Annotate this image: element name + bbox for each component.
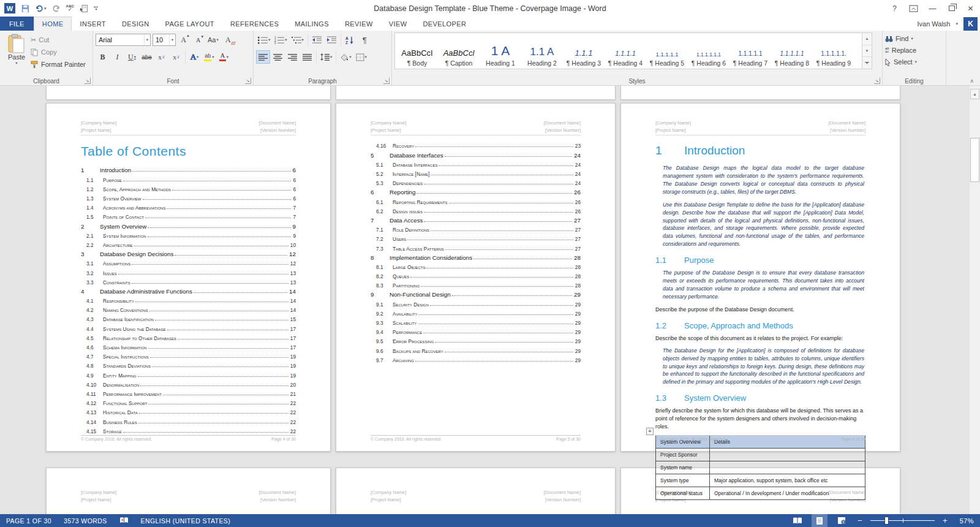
heading-scope[interactable]: 1.2 Scope, Approach and Methods [655,321,865,330]
toc-entry[interactable]: 6.1 Reporting Requirements 26 [371,195,581,205]
styles-more-icon[interactable]: ▼ [862,57,872,69]
clear-formatting-button[interactable]: A [221,33,235,47]
text-effects-button[interactable]: A▾ [187,50,202,64]
toc-entry[interactable]: 1.1 Purpose 6 [81,173,296,183]
heading-introduction[interactable]: 1 Introduction [655,144,865,157]
style-item[interactable]: 1.1.1.1.1 ¶ Heading 7 [729,35,771,68]
table-row-value[interactable]: Major application, support system, back … [710,474,865,487]
bold-button[interactable]: B [96,50,110,64]
toc-entry[interactable]: 5.2 Interface [Name] 24 [371,168,581,177]
multilevel-list-button[interactable]: ▾ [290,33,306,47]
superscript-button[interactable]: x2 [169,50,183,64]
justify-button[interactable] [300,50,314,64]
zoom-percentage[interactable]: 57% [956,517,974,525]
toc-entry[interactable]: 8.2 Queues 28 [371,270,581,279]
font-color-button[interactable]: A▾ [217,50,231,64]
close-icon[interactable]: ✕ [961,1,980,16]
table-row-value[interactable] [710,449,865,461]
toc-entry[interactable]: 1.5 Points of Contact 7 [81,211,296,220]
bullets-button[interactable]: ▾ [256,33,272,47]
toc-entry[interactable]: 4.5 Relationship to Other Databases 17 [81,332,296,341]
system-overview-body-paragraph[interactable]: Briefly describe the system for which th… [655,407,865,431]
style-item[interactable]: 1.1.1.1.1.1 ¶ Heading 6 [688,35,729,68]
page-header[interactable]: [Company Name] [Project Name] [Document … [371,119,581,135]
shrink-font-button[interactable]: A▼ [191,33,205,47]
print-layout-icon[interactable] [812,514,827,527]
font-dialog-launcher-icon[interactable]: ↘ [245,78,251,84]
styles-dialog-launcher-icon[interactable]: ↘ [874,78,880,84]
toc-entry[interactable]: 4.4 Systems Using the Database 17 [81,322,296,332]
toc-entry[interactable]: 9.5 Error Processing 29 [371,335,581,344]
minimize-icon[interactable]: — [923,1,942,16]
purpose-body-paragraph[interactable]: Describe the purpose of the Database Des… [655,306,865,314]
previous-page-edge[interactable] [336,86,616,100]
toc-entry[interactable]: 4.6 Schema Information 17 [81,341,296,351]
style-item[interactable]: 1.1 A Heading 2 [521,35,563,68]
style-item[interactable]: 1 A Heading 1 [480,35,521,68]
toc-entry[interactable]: 9.6 Backups and Recovery 29 [371,344,581,354]
undo-icon[interactable]: ▾ [35,3,47,14]
numbering-button[interactable]: 123▾ [273,33,288,47]
toc-entry[interactable]: 8.3 Partitioning 28 [371,279,581,289]
toc-entry[interactable]: 2 System Overview 9 [81,220,296,229]
cut-button[interactable]: ✂Cut [31,34,86,45]
page-toc-2[interactable]: [Company Name] [Project Name] [Document … [336,103,616,452]
italic-button[interactable]: I [110,50,124,64]
table-row-label[interactable]: Operational status [656,487,710,500]
toc-entry[interactable]: 1.4 Acronyms and Abbreviations 7 [81,202,296,211]
ribbon-tab[interactable]: MAILINGS [287,17,337,31]
ribbon-tab[interactable]: HOME [34,17,72,31]
font-size-combo[interactable]: 10▾ [153,34,176,46]
toc-entry[interactable]: 9.2 Availability 29 [371,308,581,317]
toc-entry[interactable]: 2.2 Architecture 10 [81,239,296,248]
table-row-value[interactable]: Operational / In development / Under mod… [710,487,865,500]
sort-button[interactable]: AZ [343,33,357,47]
save-icon[interactable] [21,3,29,14]
scrollbar-thumb[interactable] [970,138,979,182]
styles-scroll-up-icon[interactable]: ▲ [862,33,872,45]
ribbon-tab[interactable]: REFERENCES [222,17,287,31]
styles-scroll-down-icon[interactable]: ▼ [862,45,872,58]
scope-body-paragraph[interactable]: Describe the scope of this document as i… [655,335,865,343]
line-spacing-button[interactable]: ▾ [318,50,334,64]
toc-entry[interactable]: 2.1 System Information 9 [81,230,296,239]
toc-entry[interactable]: 4.12 Functional Support 22 [81,397,296,406]
find-button[interactable]: Find▾ [885,33,943,44]
toc-entry[interactable]: 4.9 Entity Mapping 19 [81,369,296,378]
underline-button[interactable]: U▾ [125,50,139,64]
page-footer[interactable]: © Company 2016. All rights reserved. Pag… [81,435,296,441]
page-header[interactable]: [Company Name] [Project Name] [Document … [655,119,865,135]
style-item[interactable]: 1.1.1 ¶ Heading 3 [563,35,605,68]
increase-indent-button[interactable] [325,33,339,47]
next-page-edge[interactable]: [Company Name] [Project Name] [Document … [336,468,616,514]
toc-entry[interactable]: 3.1 Assumptions 12 [81,257,296,267]
show-formatting-marks-button[interactable]: ¶ [358,33,372,47]
replace-button[interactable]: abac Replace [885,45,943,56]
highlight-color-button[interactable]: ab▾ [202,50,216,64]
style-item[interactable]: 1.1.1.1.1 ¶ Heading 5 [646,35,688,68]
toc-entry[interactable]: 1.3 System Overview 6 [81,192,296,202]
style-item[interactable]: 1.1.1.1.1 ¶ Heading 8 [771,35,813,68]
heading-purpose[interactable]: 1.1 Purpose [655,256,865,265]
toc-entry[interactable]: 6 Reporting 26 [371,186,581,195]
toc-entry[interactable]: 5 Database Interfaces 24 [371,149,581,158]
toc-entry[interactable]: 4.3 Database Identification 15 [81,313,296,322]
table-row-label[interactable]: System type [656,474,710,487]
word-logo-icon[interactable]: W [4,3,15,14]
purpose-italic-paragraph[interactable]: The purpose of the Database Design is to… [663,269,864,301]
page-footer[interactable]: © Company 2016. All rights reserved. Pag… [371,435,581,441]
zoom-out-button[interactable]: − [856,516,864,525]
toc-entry[interactable]: 3 Database Design Decisions 12 [81,248,296,257]
word-count[interactable]: 3573 WORDS [64,517,107,525]
style-item[interactable]: 1.1.1.1 ¶ Heading 4 [605,35,646,68]
toc-entry[interactable]: 1.2 Scope, Approach and Methods 6 [81,183,296,192]
page-introduction[interactable]: [Company Name] [Project Name] [Document … [620,103,900,452]
scope-italic-paragraph[interactable]: The Database Design for the [Application… [663,347,864,386]
toc-entry[interactable]: 4.14 Business Rules 22 [81,415,296,425]
ribbon-tab[interactable]: DEVELOPER [415,17,474,31]
web-layout-icon[interactable] [834,514,850,527]
clipboard-dialog-launcher-icon[interactable]: ↘ [85,78,91,84]
grow-font-button[interactable]: A▲ [176,33,190,47]
previous-page-edge[interactable] [46,86,331,100]
redo-icon[interactable] [52,3,61,14]
